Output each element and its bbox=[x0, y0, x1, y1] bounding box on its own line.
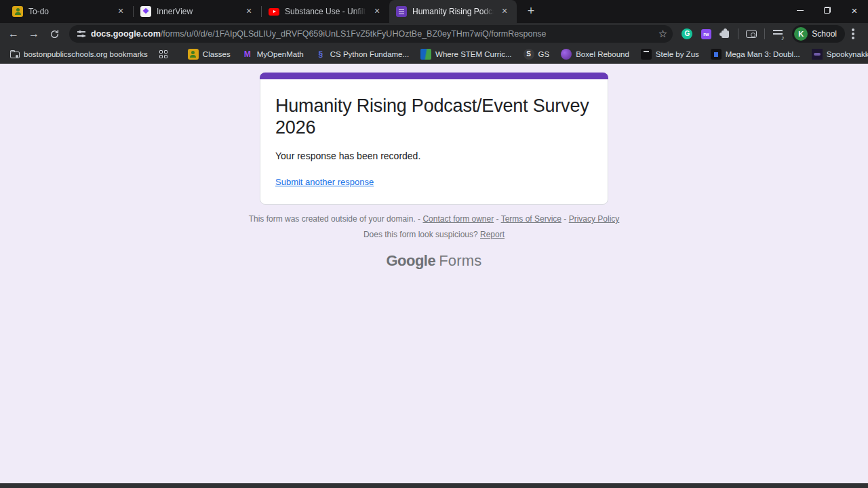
classroom-favicon bbox=[188, 49, 199, 60]
stem-favicon bbox=[420, 49, 431, 60]
toolbar-separator bbox=[764, 28, 765, 39]
google-forms-logo: GoogleForms bbox=[0, 252, 868, 270]
browser-menu-button[interactable] bbox=[852, 33, 854, 35]
tab-close-icon[interactable]: × bbox=[499, 6, 510, 17]
tab-todo[interactable]: To-do × bbox=[5, 0, 133, 23]
url-domain: docs.google.com bbox=[91, 29, 161, 39]
profile-avatar: K bbox=[794, 27, 808, 41]
tab-substance-use[interactable]: Substance Use - Unfiltered Emo × bbox=[262, 0, 389, 23]
bookmark-gs[interactable]: S GS bbox=[520, 47, 553, 62]
side-panel-button[interactable] bbox=[743, 25, 760, 43]
bookmark-where-stem[interactable]: Where STEM Curric... bbox=[417, 47, 515, 62]
bookmark-mega-man[interactable]: Mega Man 3: Doubl... bbox=[707, 47, 804, 62]
forward-button[interactable]: → bbox=[24, 24, 43, 43]
minimize-icon bbox=[797, 10, 804, 11]
tab-strip: To-do × ❖ InnerView × Substance Use - Un… bbox=[0, 0, 868, 23]
stele-favicon bbox=[641, 49, 652, 60]
logo-forms-text: Forms bbox=[439, 252, 481, 269]
profile-name: School bbox=[812, 29, 837, 39]
myopenmath-favicon: M bbox=[242, 49, 253, 60]
bookmark-label: GS bbox=[538, 50, 550, 58]
bookmark-classes[interactable]: Classes bbox=[184, 47, 234, 62]
bookmark-spookynakki[interactable]: Spookynakki by Tea... bbox=[808, 47, 868, 62]
tab-label: Humanity Rising Podcast/Event bbox=[412, 7, 494, 16]
grammarly-extension-button[interactable]: G bbox=[678, 25, 696, 43]
spookynakki-favicon bbox=[812, 49, 823, 60]
cs-python-favicon: § bbox=[315, 49, 326, 60]
apps-shortcut[interactable] bbox=[156, 48, 171, 60]
tab-close-icon[interactable]: × bbox=[115, 6, 126, 17]
tab-humanity-rising-active[interactable]: Humanity Rising Podcast/Event × bbox=[389, 0, 517, 23]
privacy-policy-link[interactable]: Privacy Policy bbox=[569, 214, 620, 224]
report-link[interactable]: Report bbox=[480, 230, 505, 239]
bookmark-label: CS Python Fundame... bbox=[330, 50, 409, 58]
youtube-favicon bbox=[269, 6, 279, 17]
managed-bookmarks-folder[interactable]: bostonpublicschools.org bookmarks bbox=[7, 48, 151, 60]
minimize-button[interactable] bbox=[787, 0, 814, 20]
domain-notice-text: This form was created outside of your do… bbox=[249, 214, 420, 224]
puzzle-icon bbox=[722, 30, 729, 38]
reload-button[interactable] bbox=[45, 24, 64, 43]
bookmark-star-icon[interactable]: ☆ bbox=[658, 28, 667, 40]
reload-icon bbox=[50, 29, 60, 39]
tab-close-icon[interactable]: × bbox=[243, 6, 254, 17]
readwrite-extension-button[interactable]: rw bbox=[697, 25, 715, 43]
mega-man-favicon bbox=[711, 49, 722, 60]
bookmark-myopenmath[interactable]: M MyOpenMath bbox=[239, 47, 307, 62]
bookmark-label: Classes bbox=[203, 50, 231, 58]
media-controls-button[interactable]: ♪ bbox=[769, 25, 787, 43]
close-window-button[interactable]: × bbox=[841, 0, 868, 20]
terms-of-service-link[interactable]: Terms of Service bbox=[501, 214, 561, 224]
bookmark-cs-python[interactable]: § CS Python Fundame... bbox=[312, 47, 412, 62]
profile-button[interactable]: K School bbox=[792, 25, 845, 43]
bookmark-label: Boxel Rebound bbox=[576, 50, 629, 58]
bookmarks-bar: bostonpublicschools.org bookmarks Classe… bbox=[0, 45, 868, 64]
form-accent-bar bbox=[260, 73, 608, 79]
bookmark-boxel-rebound[interactable]: Boxel Rebound bbox=[557, 47, 633, 62]
suspicious-line: Does this form look suspicious? Report bbox=[0, 230, 868, 239]
dash-separator: - bbox=[496, 214, 499, 224]
form-title: Humanity Rising Podcast/Event Survey 202… bbox=[275, 95, 593, 138]
form-response-page: Humanity Rising Podcast/Event Survey 202… bbox=[0, 64, 868, 483]
bookmark-label: Mega Man 3: Doubl... bbox=[726, 50, 800, 58]
boxel-favicon bbox=[561, 49, 572, 60]
bookmark-label: Stele by Zus bbox=[656, 50, 699, 58]
suspicious-prompt-text: Does this form look suspicious? bbox=[363, 230, 478, 239]
bookmark-stele[interactable]: Stele by Zus bbox=[637, 47, 703, 62]
url-text: docs.google.com/forms/u/0/d/e/1FAIpQLSdL… bbox=[91, 29, 653, 39]
url-path: /forms/u/0/d/e/1FAIpQLSdLIUy_dRVFQ659iUn… bbox=[161, 29, 547, 39]
close-icon: × bbox=[852, 5, 858, 16]
tab-close-icon[interactable]: × bbox=[372, 6, 382, 17]
back-button[interactable]: ← bbox=[4, 24, 23, 43]
side-panel-search-icon bbox=[746, 30, 757, 38]
domain-notice-line: This form was created outside of your do… bbox=[0, 214, 868, 224]
new-tab-button[interactable]: + bbox=[522, 3, 540, 20]
site-info-icon[interactable] bbox=[77, 30, 85, 37]
restore-icon bbox=[824, 7, 831, 14]
bookmark-label: MyOpenMath bbox=[257, 50, 304, 58]
bookmark-label: Spookynakki by Tea... bbox=[827, 50, 868, 58]
browser-window: To-do × ❖ InnerView × Substance Use - Un… bbox=[0, 0, 868, 488]
submit-another-response-link[interactable]: Submit another response bbox=[275, 177, 374, 187]
bookmark-label: bostonpublicschools.org bookmarks bbox=[24, 50, 148, 58]
address-bar[interactable]: docs.google.com/forms/u/0/d/e/1FAIpQLSdL… bbox=[69, 25, 673, 43]
confirmation-text: Your response has been recorded. bbox=[275, 150, 593, 161]
window-controls: × bbox=[787, 0, 868, 20]
grammarly-icon: G bbox=[682, 28, 692, 39]
extensions-menu-button[interactable] bbox=[716, 25, 734, 43]
gs-favicon: S bbox=[524, 49, 534, 60]
toolbar-separator bbox=[738, 28, 738, 39]
dash-separator: - bbox=[564, 214, 566, 224]
google-forms-favicon bbox=[396, 6, 407, 17]
tab-label: InnerView bbox=[157, 7, 238, 16]
form-card: Humanity Rising Podcast/Event Survey 202… bbox=[260, 73, 608, 205]
tab-innerview[interactable]: ❖ InnerView × bbox=[134, 0, 261, 23]
form-footer: This form was created outside of your do… bbox=[0, 214, 868, 270]
apps-grid-icon bbox=[159, 50, 167, 58]
purple-extension-icon: rw bbox=[701, 29, 711, 39]
innerview-favicon: ❖ bbox=[140, 6, 151, 17]
restore-button[interactable] bbox=[814, 0, 841, 20]
browser-toolbar: ← → docs.google.com/forms/u/0/d/e/1FAIpQ… bbox=[0, 23, 868, 45]
bookmark-label: Where STEM Curric... bbox=[435, 50, 511, 58]
contact-form-owner-link[interactable]: Contact form owner bbox=[422, 214, 494, 224]
